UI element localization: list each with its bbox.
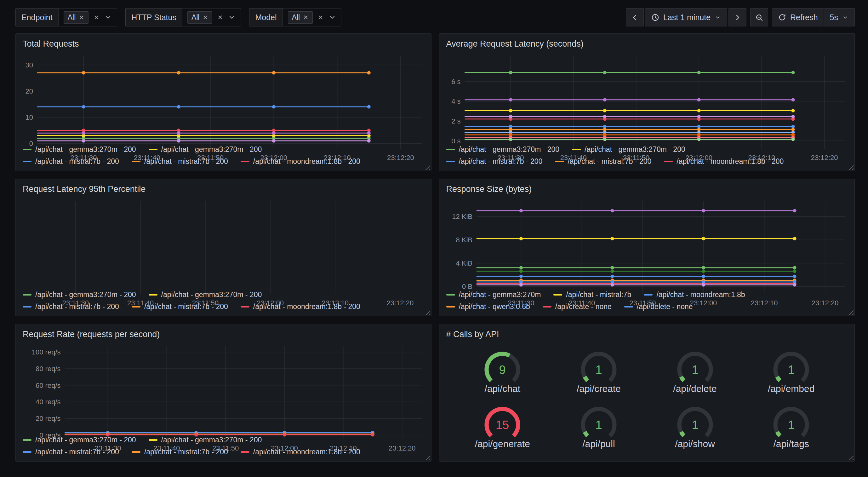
svg-text:12 KiB: 12 KiB bbox=[452, 213, 472, 220]
time-forward-button[interactable] bbox=[728, 8, 746, 27]
panel-resize-handle[interactable] bbox=[848, 455, 854, 460]
total-requests-chart[interactable]: 23:11:3023:11:4023:11:5023:12:0023:12:10… bbox=[22, 51, 426, 141]
gauge-arc: 15 bbox=[474, 404, 531, 441]
latency-95th-percentile-chart[interactable]: 23:11:3023:11:4023:11:5023:12:0023:12:10… bbox=[22, 197, 426, 286]
filter-http-status-tag[interactable]: All bbox=[187, 11, 213, 24]
clear-icon[interactable] bbox=[217, 14, 223, 20]
response-size-chart[interactable]: 23:11:3023:11:4023:11:5023:12:0023:12:10… bbox=[445, 197, 849, 286]
svg-text:23:11:50: 23:11:50 bbox=[192, 299, 219, 307]
panel-resize-handle[interactable] bbox=[425, 165, 430, 170]
filter-endpoint-tag[interactable]: All bbox=[64, 11, 89, 24]
svg-text:23:12:10: 23:12:10 bbox=[324, 154, 351, 161]
panel-total-requests: Total Requests 23:11:3023:11:4023:11:502… bbox=[16, 33, 432, 171]
refresh-interval-button[interactable]: 5s bbox=[824, 8, 855, 27]
panel-title[interactable]: Request Rate (requests per second) bbox=[23, 329, 426, 339]
filter-bar: Endpoint All HTTP Status All bbox=[16, 8, 341, 27]
chevron-down-icon[interactable] bbox=[228, 13, 236, 21]
filter-endpoint-select[interactable]: All bbox=[58, 8, 118, 27]
svg-text:30: 30 bbox=[26, 61, 33, 69]
panel-title[interactable]: # Calls by API bbox=[446, 329, 849, 339]
request-rate-chart[interactable]: 23:11:3023:11:4023:11:5023:12:0023:12:10… bbox=[22, 342, 426, 431]
svg-text:0 s: 0 s bbox=[451, 137, 461, 145]
svg-text:20 req/s: 20 req/s bbox=[36, 415, 61, 423]
svg-text:0: 0 bbox=[29, 140, 33, 148]
svg-text:23:12:00: 23:12:00 bbox=[685, 154, 712, 161]
svg-text:23:12:00: 23:12:00 bbox=[271, 444, 298, 452]
filter-model-tag[interactable]: All bbox=[288, 11, 313, 24]
svg-text:10: 10 bbox=[26, 114, 33, 122]
filter-model-select[interactable]: All bbox=[282, 8, 342, 27]
gauge-arc: 1 bbox=[763, 349, 819, 386]
panel-title[interactable]: Total Requests bbox=[23, 39, 426, 49]
gauge-arc: 1 bbox=[667, 404, 723, 441]
gauge-label: /api/generate bbox=[475, 439, 530, 449]
gauge-arc: 1 bbox=[570, 349, 627, 386]
panel-resize-handle[interactable] bbox=[425, 310, 430, 315]
chevron-down-icon[interactable] bbox=[104, 13, 112, 21]
gauge-label: /api/delete bbox=[673, 383, 716, 394]
svg-text:23:12:10: 23:12:10 bbox=[330, 444, 357, 452]
filter-endpoint: Endpoint All bbox=[16, 8, 117, 27]
remove-tag-icon[interactable] bbox=[203, 14, 208, 20]
svg-text:0 req/s: 0 req/s bbox=[39, 431, 60, 439]
gauge-cell: 1/api/delete bbox=[667, 349, 723, 394]
svg-text:23:11:30: 23:11:30 bbox=[508, 299, 534, 307]
refresh-group: Refresh 5s bbox=[772, 8, 855, 27]
svg-text:4 KiB: 4 KiB bbox=[456, 260, 472, 267]
filter-model-label: Model bbox=[249, 8, 282, 27]
time-back-button[interactable] bbox=[626, 8, 644, 27]
time-range-button[interactable]: Last 1 minute bbox=[645, 8, 727, 27]
clear-icon[interactable] bbox=[94, 14, 99, 20]
dashboard-toolbar: Endpoint All HTTP Status All bbox=[0, 0, 868, 33]
svg-text:23:12:10: 23:12:10 bbox=[321, 299, 349, 307]
panel-title[interactable]: Request Latency 95th Percentile bbox=[23, 184, 426, 194]
panel-resize-handle[interactable] bbox=[848, 165, 854, 170]
svg-text:20: 20 bbox=[26, 88, 33, 95]
clock-icon bbox=[651, 13, 659, 22]
svg-text:40 req/s: 40 req/s bbox=[36, 398, 61, 406]
svg-text:23:11:40: 23:11:40 bbox=[127, 299, 154, 307]
svg-text:23:11:40: 23:11:40 bbox=[153, 444, 180, 452]
svg-text:23:11:50: 23:11:50 bbox=[623, 154, 649, 161]
panel-title[interactable]: Response Size (bytes) bbox=[446, 184, 849, 194]
svg-text:23:12:10: 23:12:10 bbox=[750, 299, 778, 307]
panel-resize-handle[interactable] bbox=[848, 310, 854, 315]
gauge-arc: 1 bbox=[763, 404, 819, 441]
panel-title[interactable]: Average Request Latency (seconds) bbox=[446, 39, 849, 49]
gauge-arc: 9 bbox=[474, 349, 531, 386]
svg-text:23:12:20: 23:12:20 bbox=[389, 444, 416, 452]
refresh-button[interactable]: Refresh bbox=[772, 8, 824, 27]
svg-text:4 s: 4 s bbox=[451, 98, 461, 106]
avg-request-latency-chart[interactable]: 23:11:3023:11:4023:11:5023:12:0023:12:10… bbox=[445, 51, 849, 141]
time-nav-group: Last 1 minute bbox=[626, 8, 746, 27]
svg-text:2 s: 2 s bbox=[451, 118, 461, 125]
time-range-label: Last 1 minute bbox=[663, 13, 711, 22]
chevron-down-icon[interactable] bbox=[329, 13, 336, 21]
panel-request-rate: Request Rate (requests per second) 23:11… bbox=[16, 324, 432, 461]
refresh-label: Refresh bbox=[790, 13, 818, 22]
filter-endpoint-label: Endpoint bbox=[16, 8, 58, 27]
remove-tag-icon[interactable] bbox=[79, 14, 84, 20]
gauge-label: /api/create bbox=[577, 383, 621, 394]
svg-text:23:12:10: 23:12:10 bbox=[748, 154, 775, 161]
svg-text:8 KiB: 8 KiB bbox=[456, 236, 472, 244]
clear-icon[interactable] bbox=[318, 14, 323, 20]
refresh-icon bbox=[778, 13, 786, 22]
svg-text:23:12:20: 23:12:20 bbox=[811, 154, 838, 161]
svg-text:6 s: 6 s bbox=[451, 78, 461, 86]
filter-http-status-select[interactable]: All bbox=[182, 8, 241, 27]
chevron-right-icon bbox=[733, 13, 742, 22]
panel-resize-handle[interactable] bbox=[425, 455, 430, 460]
refresh-interval-label: 5s bbox=[830, 13, 838, 22]
gauge-cell: 1/api/pull bbox=[570, 404, 627, 449]
zoom-out-button[interactable] bbox=[750, 8, 768, 27]
remove-tag-icon[interactable] bbox=[303, 14, 309, 20]
svg-text:23:12:20: 23:12:20 bbox=[811, 299, 838, 307]
zoom-out-icon bbox=[755, 13, 764, 22]
gauge-value: 1 bbox=[595, 363, 602, 377]
gauge-value: 15 bbox=[496, 418, 509, 431]
gauge-cell: 9/api/chat bbox=[474, 349, 531, 394]
svg-text:0 B: 0 B bbox=[462, 283, 472, 291]
gauge-label: /api/tags bbox=[773, 439, 809, 449]
chevron-left-icon bbox=[630, 13, 639, 22]
